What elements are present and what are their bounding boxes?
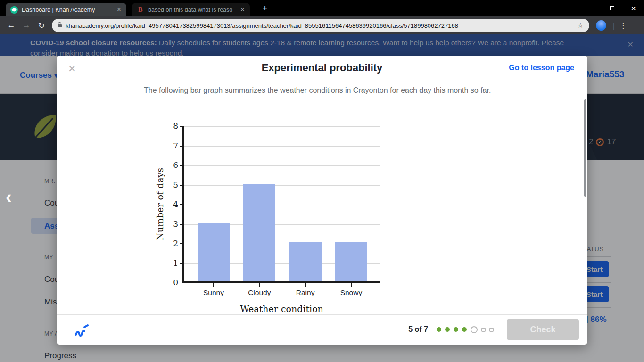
plot-area: Number of days 012345678SunnyCloudyRainy… [182,126,380,283]
y-tick-label: 0 [165,278,178,287]
gridline [184,205,380,205]
progress-dot-current [471,326,478,333]
y-tick-mark [180,185,184,186]
reload-button[interactable]: ↻ [34,21,49,31]
scratchpad-pen-icon[interactable] [73,321,90,338]
progress-dot-upcoming [489,328,494,332]
browser-toolbar: ← → ↻ khanacademy.org/profile/kaid_49577… [0,16,644,34]
y-tick-mark [180,146,184,147]
progress-dot-upcoming [481,328,486,332]
y-tick-mark [180,263,184,264]
x-tick-mark [259,283,260,287]
forward-button[interactable]: → [19,21,34,30]
x-category-label: Snowy [328,288,375,297]
modal-title: Experimental probability [57,62,587,74]
y-tick-mark [180,126,184,127]
tab-title: based on this data what is reaso [148,7,236,13]
exercise-content: The following bar graph summarizes the w… [57,82,587,314]
footer-progress-group: 5 of 7 Check [408,319,579,340]
modal-header: ✕ Experimental probability Go to lesson … [57,56,587,82]
y-tick-label: 8 [165,121,178,131]
progress-dot-done [454,327,458,332]
bookmark-star-icon[interactable]: ☆ [578,21,584,30]
y-tick-label: 5 [165,180,178,189]
check-button[interactable]: Check [507,319,579,340]
gridline [184,185,380,186]
bar-snowy [335,242,367,281]
y-tick-label: 7 [165,141,178,150]
bar-rainy [289,242,322,281]
y-tick-label: 2 [165,239,178,248]
screen: Dashboard | Khan Academy ✕ B based on th… [0,0,644,362]
browser-menu-icon[interactable]: ⋮ [619,21,627,30]
x-tick-mark [213,283,214,287]
previous-item-chevron-icon[interactable]: ‹ [6,188,12,206]
progress-dot-done [462,327,467,332]
gridline [184,146,380,147]
y-tick-mark [180,204,184,205]
y-tick-mark [180,224,184,225]
y-tick-mark [180,165,184,166]
exercise-modal: ✕ Experimental probability Go to lesson … [57,56,587,345]
new-tab-button[interactable]: + [258,2,272,16]
y-tick-label: 4 [165,199,178,209]
question-text: The following bar graph summarizes the w… [144,86,491,95]
question-counter: 5 of 7 [408,325,428,334]
minimize-button[interactable]: – [580,0,602,16]
progress-dot-done [445,327,450,332]
browser-tab-strip: Dashboard | Khan Academy ✕ B based on th… [0,0,644,16]
x-axis-title: Weather condition [184,304,380,314]
x-tick-mark [305,283,306,287]
modal-footer: 5 of 7 Check [57,314,587,344]
lock-icon [58,24,62,27]
bar-cloudy [243,184,275,282]
tab-close-icon[interactable]: ✕ [240,6,245,13]
back-button[interactable]: ← [4,21,19,30]
y-axis-title: Number of days [155,168,165,240]
x-tick-mark [351,283,352,287]
go-to-lesson-link[interactable]: Go to lesson page [509,64,574,72]
khan-academy-favicon-icon [10,6,18,14]
b-favicon-icon: B [137,6,144,14]
progress-dot-done [437,327,441,332]
y-tick-label: 1 [165,258,178,268]
progress-dots [437,326,494,333]
window-controls: – ✕ [580,0,644,16]
y-tick-mark [180,243,184,244]
x-category-label: Sunny [190,288,237,297]
gridline [184,126,380,127]
browser-profile-avatar[interactable] [596,20,606,31]
x-category-label: Cloudy [236,288,283,297]
gridline [184,165,380,166]
restore-button[interactable] [602,0,623,16]
tab-close-icon[interactable]: ✕ [116,6,122,13]
scrollbar-thumb[interactable] [584,99,586,197]
y-tick-label: 6 [165,160,178,170]
address-bar[interactable]: khanacademy.org/profile/kaid_49577804173… [52,19,589,32]
tab-title: Dashboard | Khan Academy [22,7,113,13]
tab-search[interactable]: B based on this data what is reaso ✕ [132,3,250,16]
bar-sunny [198,223,230,282]
toolbar-separator: | [613,22,615,30]
y-tick-label: 3 [165,219,178,229]
url-text[interactable]: khanacademy.org/profile/kaid_49577804173… [66,22,574,29]
tab-dashboard[interactable]: Dashboard | Khan Academy ✕ [6,3,126,16]
window-close-button[interactable]: ✕ [623,0,644,16]
page: COVID-19 school closure resources: Daily… [0,34,644,362]
x-category-label: Rainy [282,288,329,297]
